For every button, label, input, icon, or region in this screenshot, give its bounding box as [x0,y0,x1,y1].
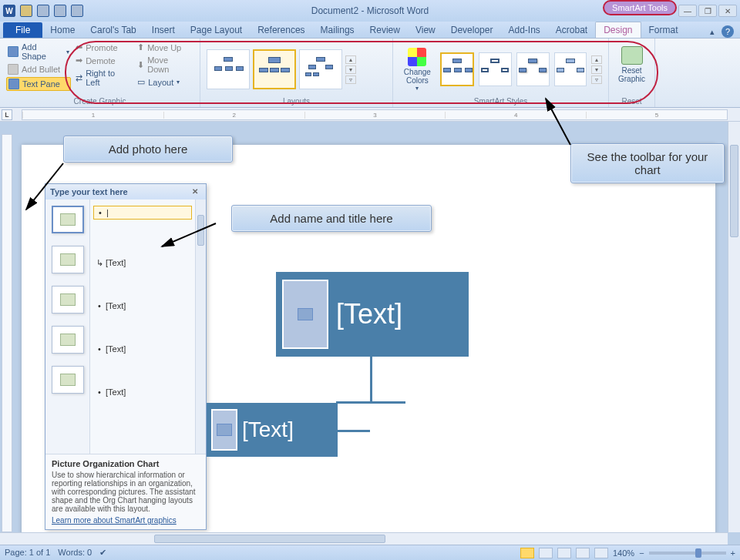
tab-mailings[interactable]: Mailings [313,22,362,38]
callout-add-photo: Add photo here [63,136,233,163]
close-button[interactable]: ✕ [718,5,737,17]
smartart-node-2[interactable]: [Text] [207,403,338,457]
tab-home[interactable]: Home [42,22,82,38]
text-pane-list[interactable]: | [Text] [Text] [Text] [Text] [90,200,195,454]
style-option-3[interactable] [516,52,550,86]
text-pane-thumbnails [45,200,90,454]
horizontal-ruler[interactable]: 1 2 3 4 5 [22,109,728,120]
minimize-ribbon-icon[interactable]: ▴ [706,25,718,38]
text-pane-item-4[interactable]: [Text] [93,343,192,355]
change-colors-button[interactable]: Change Colors ▾ [399,46,436,92]
status-page[interactable]: Page: 1 of 1 [5,548,50,558]
horizontal-scrollbar[interactable] [0,532,728,545]
qat-more-icon[interactable] [71,5,83,17]
add-bullet-icon [8,64,18,75]
status-words[interactable]: Words: 0 [58,548,92,558]
tab-design[interactable]: Design [595,22,641,38]
move-down-icon: ⬇ [137,60,144,70]
text-pane-footer-link[interactable]: Learn more about SmartArt graphics [52,516,200,525]
reset-graphic-button[interactable]: Reset Graphic [615,42,648,88]
smartart-node-1[interactable]: [Text] [276,272,469,357]
view-outline[interactable] [576,548,590,558]
smartart-picture-placeholder[interactable] [211,409,237,451]
tab-developer[interactable]: Developer [443,22,501,38]
add-shape-button[interactable]: Add Shape ▾ [6,42,71,62]
smartart-text-pane[interactable]: Type your text here ✕ | [Text] [Text] [45,183,207,530]
add-bullet-button[interactable]: Add Bullet [6,63,71,75]
move-up-button[interactable]: ⬆Move Up [136,42,193,53]
text-pane-footer-title: Picture Organization Chart [52,459,200,468]
status-bar: Page: 1 of 1 Words: 0 ✔ 140% − + [0,545,740,560]
style-option-2[interactable] [479,52,512,86]
tab-acrobat[interactable]: Acrobat [548,22,595,38]
smartart-tools-tab[interactable]: SmartArt Tools [603,0,677,15]
tab-page-layout[interactable]: Page Layout [183,22,250,38]
style-option-1[interactable] [440,52,474,86]
layout-option-2[interactable] [253,49,296,89]
style-option-4[interactable] [554,52,587,86]
word-icon[interactable]: W [3,5,15,17]
layouts-gallery-more[interactable]: ▿ [345,75,356,84]
tab-references[interactable]: References [250,22,312,38]
text-pane-thumb-4[interactable] [52,326,84,354]
undo-icon[interactable] [37,5,49,17]
tab-view[interactable]: View [408,22,443,38]
styles-gallery-more[interactable]: ▿ [591,75,602,84]
text-pane-item-2[interactable]: [Text] [93,257,192,269]
layout-button[interactable]: ▭Layout ▾ [136,76,193,88]
text-pane-footer: Picture Organization Chart Use to show h… [45,454,206,529]
ribbon-tabs: File Home Carol's Tab Insert Page Layout… [0,22,740,39]
styles-gallery-down[interactable]: ▾ [591,65,602,74]
text-pane-thumb-5[interactable] [52,366,84,394]
tab-carols[interactable]: Carol's Tab [82,22,143,38]
text-pane-thumb-3[interactable] [52,286,84,314]
tab-insert[interactable]: Insert [144,22,183,38]
view-full-screen[interactable] [539,548,553,558]
smartart-picture-placeholder[interactable] [282,280,328,349]
restore-button[interactable]: ❐ [698,5,717,17]
zoom-level[interactable]: 140% [613,548,634,558]
smartart-connector [336,401,405,404]
status-proofing-icon[interactable]: ✔ [99,548,106,558]
view-draft[interactable] [594,548,608,558]
redo-icon[interactable] [54,5,66,17]
view-web-layout[interactable] [557,548,571,558]
text-pane-thumb-2[interactable] [52,246,84,273]
zoom-out-button[interactable]: − [639,548,644,558]
layout-option-3[interactable] [299,49,342,89]
view-print-layout[interactable] [520,548,534,558]
text-pane-item-3[interactable]: [Text] [93,300,192,312]
text-pane-thumb-1[interactable] [52,206,84,233]
save-icon[interactable] [20,5,32,17]
promote-button[interactable]: ⬅Promote [74,42,133,53]
tab-addins[interactable]: Add-Ins [500,22,547,38]
file-tab[interactable]: File [3,22,42,38]
title-bar: W Document2 - Microsoft Word SmartArt To… [0,0,740,22]
rtl-button[interactable]: ⇄Right to Left [74,68,133,88]
zoom-in-button[interactable]: + [731,548,735,558]
layouts-gallery-up[interactable]: ▴ [345,55,356,64]
tab-review[interactable]: Review [362,22,408,38]
layouts-gallery-down[interactable]: ▾ [345,65,356,74]
text-pane-button[interactable]: Text Pane [6,77,71,91]
text-pane-item-5[interactable]: [Text] [93,386,192,398]
move-down-button[interactable]: ⬇Move Down [136,55,193,75]
smartart-node-2-text[interactable]: [Text] [242,417,294,442]
document-area: Type your text here ✕ | [Text] [Text] [0,122,740,545]
text-pane-scrollbar[interactable] [195,200,206,454]
text-pane-item-1[interactable]: | [93,206,192,220]
reset-graphic-icon [621,46,643,65]
tab-format[interactable]: Format [641,22,686,38]
help-icon[interactable]: ? [722,25,734,38]
minimize-button[interactable]: — [678,5,697,17]
text-pane-close-icon[interactable]: ✕ [192,187,201,196]
demote-button[interactable]: ➡Demote [74,55,133,66]
smartart-node-1-text[interactable]: [Text] [336,298,402,330]
styles-gallery-up[interactable]: ▴ [591,55,602,64]
layout-option-1[interactable] [207,49,250,89]
tab-stop-button[interactable]: L [2,109,12,120]
vertical-ruler[interactable] [2,134,12,532]
picture-placeholder-icon [60,374,76,386]
zoom-slider[interactable] [649,552,726,555]
vertical-scrollbar[interactable] [728,122,740,532]
